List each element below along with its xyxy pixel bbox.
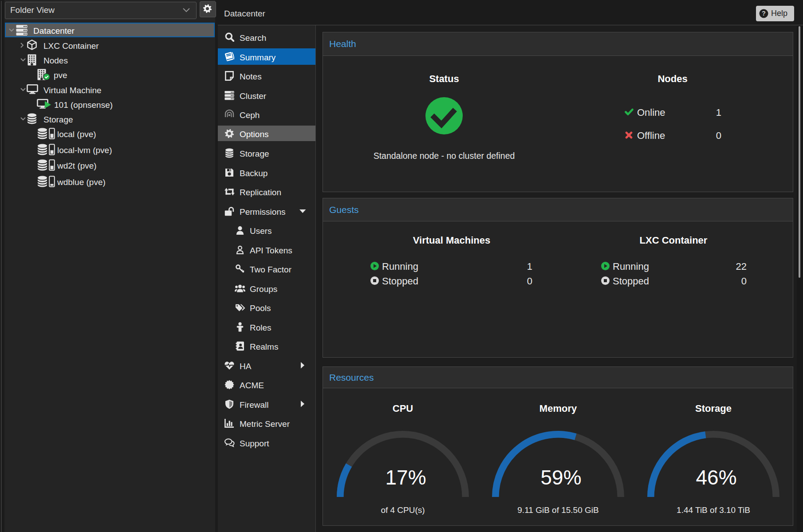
svg-text:?: ?: [762, 10, 766, 17]
